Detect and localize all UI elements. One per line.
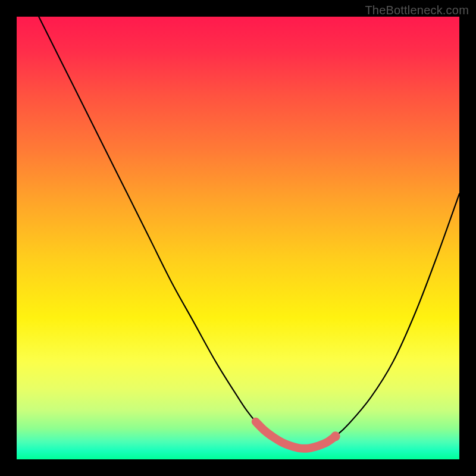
bottleneck-curve xyxy=(39,17,459,449)
highlight-segment xyxy=(256,422,336,449)
curve-layer xyxy=(17,17,459,459)
chart-container: TheBottleneck.com xyxy=(0,0,476,476)
highlight-end-dot xyxy=(331,431,340,441)
watermark-text: TheBottleneck.com xyxy=(365,4,469,17)
plot-area xyxy=(17,17,459,459)
